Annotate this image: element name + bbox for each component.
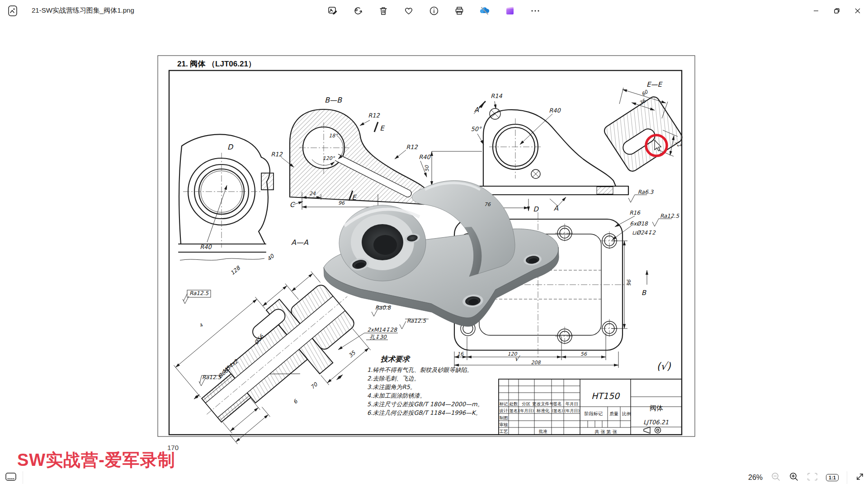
svg-text:1.铸件不得有气孔、裂纹及砂眼等缺陷。: 1.铸件不得有气孔、裂纹及砂眼等缺陷。 (367, 366, 472, 373)
svg-text:制图: 制图 (500, 415, 508, 420)
svg-text:比例: 比例 (622, 411, 631, 416)
svg-text:年月日: 年月日 (566, 401, 579, 406)
file-name: 21-SW实战营练习图集_阀体1.png (32, 6, 134, 15)
rotate-button[interactable] (351, 4, 365, 18)
dim-label: ⊔Ø24↧2 (632, 230, 656, 236)
svg-text:(签名): (签名) (508, 408, 519, 413)
fullscreen-button[interactable] (855, 472, 864, 483)
drawing-canvas: 21. 阀体 （LJT06.21） (0, 0, 868, 488)
svg-text:3.未注圆角为R5。: 3.未注圆角为R5。 (367, 384, 416, 390)
dim-label: 18° (329, 133, 338, 139)
svg-text:设计: 设计 (499, 408, 509, 413)
close-button[interactable] (847, 0, 868, 22)
part-name: 阀体 (650, 404, 663, 412)
toolbar (326, 0, 542, 22)
svg-text:标准化: 标准化 (536, 408, 550, 413)
divider (847, 471, 847, 484)
dim-label: Ra6.3 (638, 189, 654, 195)
svg-text:(年月日): (年月日) (564, 408, 580, 413)
dim-label: Ra0.8 (375, 305, 392, 311)
svg-text:6.未注几何公差按GB/T 1184—1996—K。: 6.未注几何公差按GB/T 1184—1996—K。 (367, 409, 481, 416)
dim-label: B—B (325, 96, 342, 104)
svg-text:标记: 标记 (499, 401, 508, 406)
drawing-title: 21. 阀体 （LJT06.21） (177, 60, 256, 68)
drawing-number: LJT06.21 (643, 419, 669, 426)
dim-label: A—A (291, 238, 308, 247)
svg-text:(签名): (签名) (552, 408, 563, 413)
filmstrip-toggle-button[interactable] (5, 472, 16, 483)
actual-size-button[interactable]: 1:1 (826, 474, 839, 481)
dim-label: R14 (491, 93, 502, 99)
dim-label: R40 (419, 154, 431, 160)
see-more-button[interactable] (528, 4, 542, 18)
title-bar: 21-SW实战营练习图集_阀体1.png (0, 0, 868, 22)
dim-label: 120° (323, 155, 335, 161)
svg-text:共 张 第 张: 共 张 第 张 (594, 429, 617, 434)
dim-label: A (474, 106, 479, 114)
print-button[interactable] (453, 4, 466, 18)
delete-button[interactable] (377, 4, 390, 18)
dim-label: (√) (656, 361, 671, 372)
dim-label: D (533, 205, 539, 213)
divider (23, 471, 23, 484)
dim-label: 16 (457, 351, 464, 357)
dim-label: Ra12.5 (660, 213, 680, 219)
svg-text:批准: 批准 (539, 429, 548, 434)
dim-label: 76 (484, 202, 491, 207)
dim-label: 50 (424, 165, 430, 172)
favorite-button[interactable] (402, 4, 415, 18)
dim-label: Ra12.5 (407, 318, 427, 324)
dim-label: R40 (549, 107, 561, 114)
zoom-out-button[interactable] (771, 472, 781, 483)
svg-text:阶段标记: 阶段标记 (585, 411, 603, 416)
dim-label: R12 (271, 151, 283, 158)
dim-label: 孔↧30 (369, 334, 387, 340)
recording-watermark: SW实战营-爱军录制 (17, 449, 175, 472)
svg-text:更改文件号: 更改文件号 (532, 401, 554, 406)
svg-text:(年月日): (年月日) (519, 408, 534, 413)
dim-label: R12 (406, 144, 418, 150)
pencil-icon (333, 10, 337, 14)
photos-app-icon (7, 5, 19, 19)
edit-image-button[interactable] (326, 4, 340, 18)
svg-text:分区: 分区 (522, 401, 531, 406)
tech-title: 技术要求 (381, 355, 411, 363)
dim-label: Ra12.5 (202, 374, 222, 380)
material: HT150 (591, 391, 620, 401)
dim-label: D (227, 143, 234, 151)
svg-text:4.未加工面涂防锈漆。: 4.未加工面涂防锈漆。 (367, 392, 425, 399)
minimize-button[interactable] (806, 0, 826, 22)
dim-label: 2xM14↧28 (367, 327, 397, 333)
dim-label: 96 (338, 200, 345, 206)
restore-button[interactable] (826, 0, 847, 22)
dim-label: A (554, 204, 559, 212)
dim-label: 24 (309, 191, 316, 197)
dim-label: R16 (629, 210, 641, 216)
zoom-percent-label: 26% (748, 474, 763, 482)
dim-label: R40 (200, 244, 212, 250)
onedrive-cloud-off-icon[interactable] (478, 4, 491, 18)
fit-window-button[interactable] (807, 472, 818, 483)
dim-label: 208 (531, 360, 541, 366)
svg-text:处数: 处数 (509, 401, 519, 406)
svg-text:质量: 质量 (609, 411, 618, 416)
svg-text:签名: 签名 (553, 401, 562, 406)
zoom-in-button[interactable] (789, 472, 799, 483)
dim-label: 96 (626, 279, 632, 286)
svg-text:审核: 审核 (500, 422, 509, 427)
dim-label: R12 (368, 112, 380, 119)
dim-label: B (642, 289, 647, 297)
svg-text:2.去除毛刺、飞边。: 2.去除毛刺、飞边。 (367, 375, 420, 382)
dim-label: 50° (471, 126, 482, 132)
svg-text:工艺: 工艺 (500, 429, 509, 434)
window-controls (806, 0, 868, 22)
info-button[interactable] (427, 4, 441, 18)
clipchamp-icon[interactable] (503, 4, 517, 18)
dim-label: 6xØ18 (630, 221, 648, 227)
dim-label: Ra12.5 (189, 290, 209, 296)
svg-text:5.未注尺寸公差按GB/T 1804—2000—m。: 5.未注尺寸公差按GB/T 1804—2000—m。 (367, 401, 483, 408)
dim-label: E—E (646, 80, 663, 89)
dim-label: 56 (580, 351, 587, 357)
